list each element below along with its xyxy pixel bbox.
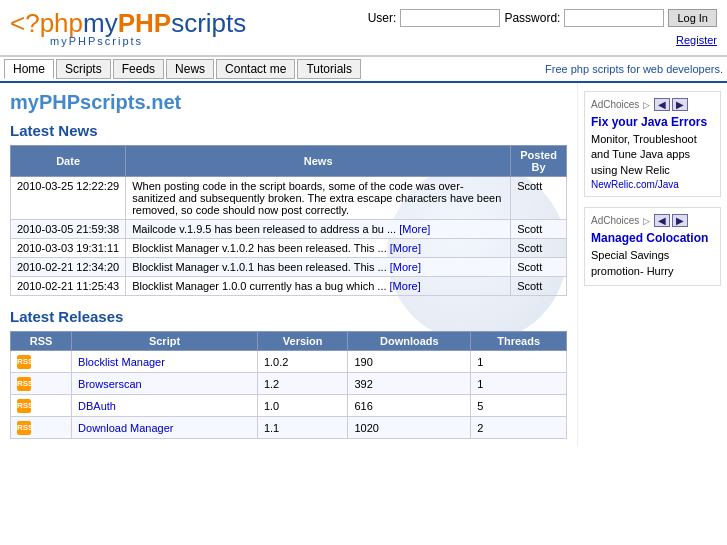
logo-php: <?php [10,8,83,38]
news-more-link[interactable]: [More] [390,242,421,254]
releases-version: 1.0 [257,395,347,417]
sidebar: AdChoices ▷ ◀ ▶ Fix your Java Errors Mon… [577,83,727,447]
news-date: 2010-03-05 21:59:38 [11,220,126,239]
logo-scripts-text: scripts [171,8,246,38]
releases-downloads: 392 [348,373,471,395]
news-posted-by: Scott [511,177,567,220]
news-posted-by: Scott [511,277,567,296]
user-input[interactable] [400,9,500,27]
auth-row: User: Password: Log In [368,9,717,27]
releases-downloads: 190 [348,351,471,373]
logo-php-letters: PHP [118,8,171,38]
ad-choices-icon-2: ▷ [643,216,650,226]
site-title: myPHPscripts.net [10,91,567,114]
news-date: 2010-02-21 12:34:20 [11,258,126,277]
news-col-posted: Posted By [511,146,567,177]
news-posted-by: Scott [511,239,567,258]
releases-script: Browserscan [72,373,258,395]
news-body: When posting code in the script boards, … [126,177,511,220]
logo: <?phpmyPHPscripts myPHPscripts [10,8,246,47]
rss-icon[interactable]: RSS [17,355,31,369]
nav-tab-feeds[interactable]: Feeds [113,59,164,79]
ad-body-2: Special Savings promotion- Hurry [591,248,714,279]
ad-body-1: Monitor, Troubleshoot and Tune Java apps… [591,132,714,178]
releases-script: Blocklist Manager [72,351,258,373]
rel-col-threads: Threads [471,332,567,351]
news-date: 2010-03-03 19:31:11 [11,239,126,258]
ad-prev-2[interactable]: ◀ [654,214,670,227]
script-link[interactable]: Browserscan [78,378,142,390]
news-body: Blocklist Manager 1.0.0 currently has a … [126,277,511,296]
ad-prev-1[interactable]: ◀ [654,98,670,111]
nav-tab-news[interactable]: News [166,59,214,79]
rel-col-version: Version [257,332,347,351]
main-content: myPHPscripts.net Latest News Date News P… [0,83,577,447]
ad-nav-2: ◀ ▶ [654,214,688,227]
table-row: RSSBrowserscan1.23921 [11,373,567,395]
news-col-date: Date [11,146,126,177]
releases-version: 1.0.2 [257,351,347,373]
table-row: 2010-02-21 11:25:43Blocklist Manager 1.0… [11,277,567,296]
latest-releases-title: Latest Releases [10,308,567,325]
news-more-link[interactable]: [More] [390,261,421,273]
news-date: 2010-02-21 11:25:43 [11,277,126,296]
releases-threads: 2 [471,417,567,439]
news-col-news: News [126,146,511,177]
releases-threads: 5 [471,395,567,417]
user-label: User: [368,11,397,25]
auth-area: User: Password: Log In Register [368,9,717,47]
login-button[interactable]: Log In [668,9,717,27]
releases-version: 1.2 [257,373,347,395]
releases-downloads: 1020 [348,417,471,439]
ad-next-2[interactable]: ▶ [672,214,688,227]
rss-icon[interactable]: RSS [17,399,31,413]
news-posted-by: Scott [511,258,567,277]
nav-tab-contact[interactable]: Contact me [216,59,295,79]
nav-tab-home[interactable]: Home [4,59,54,79]
logo-my: my [83,8,118,38]
releases-rss: RSS [11,417,72,439]
news-body: Mailcode v.1.9.5 has been released to ad… [126,220,511,239]
nav-bar: Home Scripts Feeds News Contact me Tutor… [0,56,727,83]
nav-tab-scripts[interactable]: Scripts [56,59,111,79]
free-text: Free php scripts for web developers. [545,63,723,75]
table-row: 2010-03-25 12:22:29When posting code in … [11,177,567,220]
script-link[interactable]: DBAuth [78,400,116,412]
ad-box-2: AdChoices ▷ ◀ ▶ Managed Colocation Speci… [584,207,721,286]
releases-downloads: 616 [348,395,471,417]
releases-rss: RSS [11,373,72,395]
table-row: 2010-02-21 12:34:20Blocklist Manager v.1… [11,258,567,277]
register-link[interactable]: Register [676,34,717,46]
news-posted-by: Scott [511,220,567,239]
script-link[interactable]: Download Manager [78,422,173,434]
ad-next-1[interactable]: ▶ [672,98,688,111]
ad-link-1[interactable]: NewRelic.com/Java [591,179,679,190]
nav-tab-tutorials[interactable]: Tutorials [297,59,361,79]
password-label: Password: [504,11,560,25]
news-body: Blocklist Manager v.1.0.2 has been relea… [126,239,511,258]
ad-title-2[interactable]: Managed Colocation [591,231,714,245]
ad-title-1[interactable]: Fix your Java Errors [591,115,714,129]
news-date: 2010-03-25 12:22:29 [11,177,126,220]
releases-table: RSS Script Version Downloads Threads RSS… [10,331,567,439]
rss-icon[interactable]: RSS [17,377,31,391]
content-wrapper: myPHPscripts.net Latest News Date News P… [0,83,727,447]
news-table: Date News Posted By 2010-03-25 12:22:29W… [10,145,567,296]
ad-choices-icon-1: ▷ [643,100,650,110]
ad-choices-2: AdChoices ▷ ◀ ▶ [591,214,714,227]
script-link[interactable]: Blocklist Manager [78,356,165,368]
ad-nav-1: ◀ ▶ [654,98,688,111]
news-body: Blocklist Manager v.1.0.1 has been relea… [126,258,511,277]
table-row: RSSBlocklist Manager1.0.21901 [11,351,567,373]
news-more-link[interactable]: [More] [399,223,430,235]
news-more-link[interactable]: [More] [390,280,421,292]
releases-script: Download Manager [72,417,258,439]
releases-threads: 1 [471,373,567,395]
rss-icon[interactable]: RSS [17,421,31,435]
releases-script: DBAuth [72,395,258,417]
table-row: 2010-03-05 21:59:38Mailcode v.1.9.5 has … [11,220,567,239]
password-input[interactable] [564,9,664,27]
releases-threads: 1 [471,351,567,373]
ad-choices-1: AdChoices ▷ ◀ ▶ [591,98,714,111]
table-row: RSSDBAuth1.06165 [11,395,567,417]
